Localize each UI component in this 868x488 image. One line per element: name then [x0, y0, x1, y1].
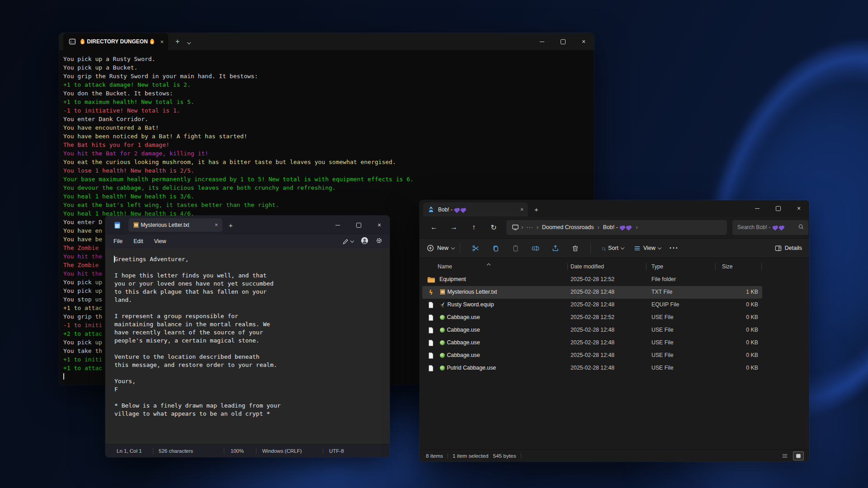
file-row[interactable]: Cabbage.use2025-02-28 12:52USE File0 KB [420, 311, 809, 324]
rename-button[interactable]: A [525, 240, 545, 256]
notepad-text-line: people's misery, a certain magical stone… [114, 337, 390, 345]
maximize-button[interactable] [768, 200, 788, 216]
menu-edit[interactable]: Edit [128, 238, 149, 244]
minimize-button[interactable] [747, 200, 768, 216]
file-date-modified: 2025-02-28 12:52 [571, 314, 614, 320]
search-box[interactable]: Search Bob! - [732, 220, 808, 235]
copy-button[interactable] [486, 240, 505, 256]
file-size: 0 KB [715, 352, 758, 358]
terminal-output-line: You have been noticed by a Bat! A fight … [63, 132, 590, 141]
column-header-name[interactable]: Name [438, 263, 452, 270]
notepad-text-area[interactable]: Greetings Adventurer, I hope this letter… [105, 248, 390, 444]
status-cursor-position: Ln 1, Col 1 [105, 448, 153, 454]
terminal-output-line: The Bat hits you for 1 damage! [63, 141, 590, 149]
delete-button[interactable] [565, 240, 585, 256]
file-row[interactable]: Equipment2025-02-28 12:52File folder [420, 273, 809, 286]
menu-view[interactable]: View [149, 238, 172, 244]
menu-file[interactable]: File [108, 238, 128, 244]
status-selection-size: 545 bytes [493, 453, 516, 459]
maximize-button[interactable] [552, 33, 573, 50]
close-button[interactable]: × [573, 33, 594, 50]
view-list-icon [634, 245, 641, 252]
cut-button[interactable] [466, 240, 486, 256]
terminal-output-line: You eat the curious looking mushroom, it… [63, 158, 590, 166]
file-size: 0 KB [715, 301, 758, 308]
file-row[interactable]: Rusty Sword.equip2025-02-28 12:48EQUIP F… [420, 299, 809, 311]
status-encoding[interactable]: UTF-8 [323, 448, 344, 454]
status-zoom-level[interactable]: 100% [224, 448, 256, 454]
terminal-cursor [63, 373, 64, 380]
minimize-button[interactable] [327, 216, 348, 235]
terminal-output-line: You don the Bucket. It bestows: [63, 89, 590, 98]
terminal-output-line: You hit the Bat for 2 damage, killing it… [63, 149, 590, 158]
search-placeholder: Search Bob! - [737, 224, 798, 230]
more-options-button[interactable]: ··· [670, 244, 679, 252]
paste-button[interactable] [505, 240, 525, 256]
share-button[interactable] [545, 240, 565, 256]
new-button-label: New [437, 245, 448, 251]
this-pc-icon[interactable] [512, 224, 519, 231]
terminal-tab[interactable]: C:\ DIRECTORY DUNGEON × [63, 33, 168, 50]
column-header-size[interactable]: Size [722, 263, 732, 270]
file-name: Cabbage.use [439, 339, 480, 346]
terminal-tab-close-icon[interactable]: × [160, 38, 164, 45]
file-date-modified: 2025-02-28 12:52 [571, 276, 614, 282]
details-view-toggle[interactable] [779, 451, 790, 460]
notepad-text-line [114, 345, 390, 353]
account-avatar-icon[interactable] [361, 237, 368, 246]
file-row[interactable]: Cabbage.use2025-02-28 12:48USE File0 KB [420, 324, 809, 337]
breadcrumb-ellipsis[interactable]: ··· [524, 224, 536, 230]
rewrite-pen-icon[interactable] [342, 238, 354, 245]
new-button[interactable]: New [427, 244, 454, 252]
file-name: Cabbage.use [439, 314, 480, 320]
breadcrumb-item[interactable]: Bob! - [600, 223, 636, 231]
file-icon [427, 339, 435, 347]
terminal-tab-dropdown-button[interactable] [188, 38, 190, 46]
file-size: 0 KB [715, 327, 758, 333]
file-row[interactable]: Putrid Cabbage.use2025-02-28 12:48USE Fi… [420, 362, 809, 375]
maximize-button[interactable] [348, 216, 369, 235]
notepad-tab[interactable]: Mysterious Letter.txt × [128, 218, 222, 232]
up-button[interactable]: ↑ [464, 219, 484, 235]
explorer-tab[interactable]: Bob! - × [423, 202, 528, 216]
notepad-new-tab-button[interactable]: + [229, 221, 233, 229]
status-line-ending[interactable]: Windows (CRLF) [256, 448, 323, 454]
file-icon [427, 364, 435, 372]
file-type: TXT File [651, 289, 672, 295]
file-row[interactable]: Cabbage.use2025-02-28 12:48USE File0 KB [420, 337, 809, 349]
file-date-modified: 2025-02-28 12:48 [571, 289, 614, 295]
minimize-button[interactable] [532, 33, 552, 50]
settings-gear-icon[interactable] [376, 237, 382, 246]
terminal-new-tab-button[interactable]: + [175, 38, 179, 46]
forward-button[interactable]: → [444, 219, 464, 235]
terminal-output-line: +1 to attack damage! New total is 2. [63, 80, 590, 89]
breadcrumb[interactable]: › ··· › Doomed Crossroads›Bob! - › [506, 220, 727, 235]
close-button[interactable]: × [788, 200, 809, 216]
file-type: File folder [651, 276, 676, 282]
terminal-output-line: You devour the cabbage, its delicious le… [63, 183, 590, 192]
file-row[interactable]: ϟ Mysterious Letter.txt2025-02-28 12:48T… [420, 286, 809, 299]
file-name: Putrid Cabbage.use [439, 365, 496, 371]
details-pane-button[interactable]: Details [775, 245, 802, 252]
notepad-status-bar: Ln 1, Col 1 526 characters 100% Windows … [105, 444, 390, 457]
notepad-tab-close-icon[interactable]: × [215, 222, 218, 228]
file-row[interactable]: Cabbage.use2025-02-28 12:48USE File0 KB [420, 349, 809, 362]
sort-button[interactable]: ↑↓ Sort [596, 245, 629, 252]
large-thumbnails-view-toggle[interactable] [793, 451, 804, 460]
breadcrumb-item[interactable]: Doomed Crossroads [539, 223, 597, 231]
explorer-tab-close-icon[interactable]: × [520, 206, 524, 213]
terminal-tab-bar: C:\ DIRECTORY DUNGEON × + × [59, 33, 594, 50]
search-icon[interactable] [798, 224, 804, 231]
sort-ascending-icon [487, 262, 490, 268]
column-header-type[interactable]: Type [651, 263, 663, 270]
status-character-count: 526 characters [153, 448, 224, 454]
close-button[interactable]: × [369, 216, 390, 235]
back-button[interactable]: ← [424, 219, 444, 235]
view-button[interactable]: View [629, 245, 666, 252]
file-icon [427, 314, 435, 322]
explorer-command-bar: New A ↑↓ Sort View [420, 238, 809, 258]
refresh-button[interactable]: ↻ [484, 219, 504, 235]
explorer-new-tab-button[interactable]: + [534, 206, 538, 213]
file-name: Cabbage.use [439, 327, 480, 333]
column-header-date[interactable]: Date modified [571, 263, 604, 270]
